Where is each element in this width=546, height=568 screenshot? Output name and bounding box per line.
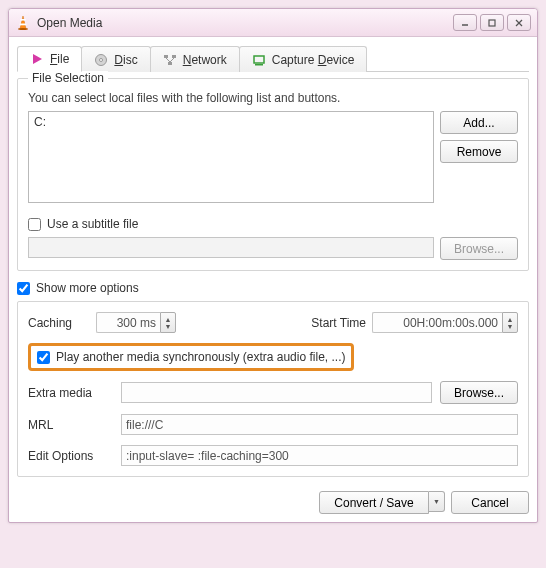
subtitle-checkbox[interactable] [28, 218, 41, 231]
tab-disc[interactable]: DDiscisc [81, 46, 150, 72]
spin-arrows-icon[interactable]: ▲▼ [160, 312, 176, 333]
tab-capture[interactable]: Capture DCapture Deviceevice [239, 46, 368, 72]
show-more-label: Show more options [36, 281, 139, 295]
remove-button[interactable]: Remove [440, 140, 518, 163]
svg-rect-11 [164, 55, 168, 58]
show-more-checkbox[interactable] [17, 282, 30, 295]
start-time-spinbox[interactable]: ▲▼ [372, 312, 518, 333]
spin-arrows-icon[interactable]: ▲▼ [502, 312, 518, 333]
tab-label: Capture DCapture Deviceevice [272, 53, 355, 67]
maximize-button[interactable] [480, 14, 504, 31]
svg-rect-2 [20, 23, 27, 25]
extra-media-input[interactable] [121, 382, 432, 403]
file-list[interactable]: C: [28, 111, 434, 203]
file-selection-group: File Selection You can select local file… [17, 78, 529, 271]
convert-save-button[interactable]: Convert / Save [319, 491, 429, 514]
dropdown-arrow-icon[interactable]: ▼ [429, 491, 445, 512]
window-title: Open Media [37, 16, 453, 30]
play-icon [30, 52, 44, 66]
tabs: FFileile DDiscisc NNetworketwork Capture… [17, 45, 529, 72]
caching-spinbox[interactable]: ▲▼ [96, 312, 176, 333]
play-sync-highlight: Play another media synchronously (extra … [28, 343, 354, 371]
svg-point-3 [18, 28, 28, 30]
extra-media-label: Extra media [28, 386, 113, 400]
svg-rect-12 [172, 55, 176, 58]
file-selection-legend: File Selection [28, 71, 108, 85]
open-media-dialog: Open Media FFileile DDiscisc [8, 8, 538, 523]
close-button[interactable] [507, 14, 531, 31]
cancel-button[interactable]: Cancel [451, 491, 529, 514]
window-controls [453, 14, 531, 31]
svg-rect-13 [168, 62, 172, 65]
disc-icon [94, 53, 108, 67]
tab-file[interactable]: FFileile [17, 46, 82, 72]
extra-media-browse-button[interactable]: Browse... [440, 381, 518, 404]
tab-label: NNetworketwork [183, 53, 227, 67]
tab-network[interactable]: NNetworketwork [150, 46, 240, 72]
svg-line-15 [170, 58, 174, 62]
mrl-input[interactable] [121, 414, 518, 435]
tab-label: DDiscisc [114, 53, 137, 67]
file-selection-help: You can select local files with the foll… [28, 91, 518, 105]
svg-point-10 [100, 58, 103, 61]
start-time-label: Start Time [311, 316, 366, 330]
options-panel: Caching ▲▼ Start Time ▲▼ Play another me… [17, 301, 529, 477]
svg-rect-16 [254, 56, 264, 63]
capture-icon [252, 53, 266, 67]
network-icon [163, 53, 177, 67]
mrl-label: MRL [28, 418, 113, 432]
subtitle-browse-button: Browse... [440, 237, 518, 260]
edit-options-input[interactable] [121, 445, 518, 466]
subtitle-path-input [28, 237, 434, 258]
caching-label: Caching [28, 316, 88, 330]
svg-marker-8 [33, 54, 42, 64]
vlc-icon [15, 15, 31, 31]
play-sync-label: Play another media synchronously (extra … [56, 350, 345, 364]
play-sync-checkbox[interactable] [37, 351, 50, 364]
convert-save-combo[interactable]: Convert / Save ▼ [319, 491, 445, 514]
svg-rect-5 [489, 20, 495, 26]
client-area: FFileile DDiscisc NNetworketwork Capture… [9, 37, 537, 483]
dialog-buttons: Convert / Save ▼ Cancel [9, 483, 537, 522]
svg-rect-17 [255, 64, 263, 66]
edit-options-label: Edit Options [28, 449, 113, 463]
svg-line-14 [166, 58, 170, 62]
titlebar: Open Media [9, 9, 537, 37]
minimize-button[interactable] [453, 14, 477, 31]
start-time-input[interactable] [372, 312, 502, 333]
svg-rect-1 [20, 19, 25, 21]
subtitle-checkbox-label: Use a subtitle file [47, 217, 138, 231]
svg-marker-0 [20, 16, 26, 29]
add-button[interactable]: Add... [440, 111, 518, 134]
tab-label: FFileile [50, 52, 69, 66]
file-list-item[interactable]: C: [34, 115, 428, 129]
caching-input[interactable] [96, 312, 160, 333]
